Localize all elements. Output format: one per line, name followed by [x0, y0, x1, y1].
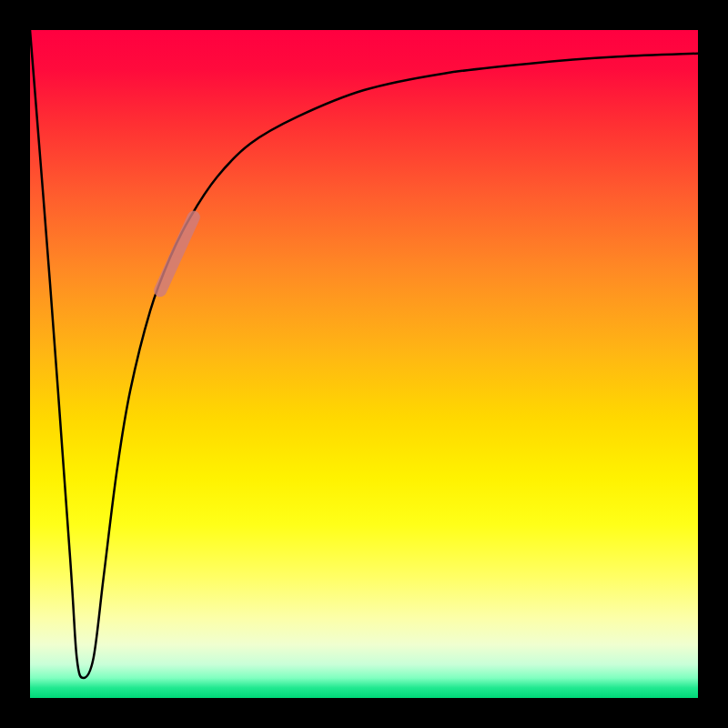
bottleneck-curve	[30, 30, 698, 678]
frame-right	[698, 0, 728, 728]
frame-top	[0, 0, 728, 30]
plot-area	[30, 30, 698, 698]
chart-stage: TheBottleneck.com	[0, 0, 728, 728]
highlight-marker	[160, 217, 194, 291]
frame-bottom	[0, 698, 728, 728]
chart-svg	[30, 30, 698, 698]
frame-left	[0, 0, 30, 728]
